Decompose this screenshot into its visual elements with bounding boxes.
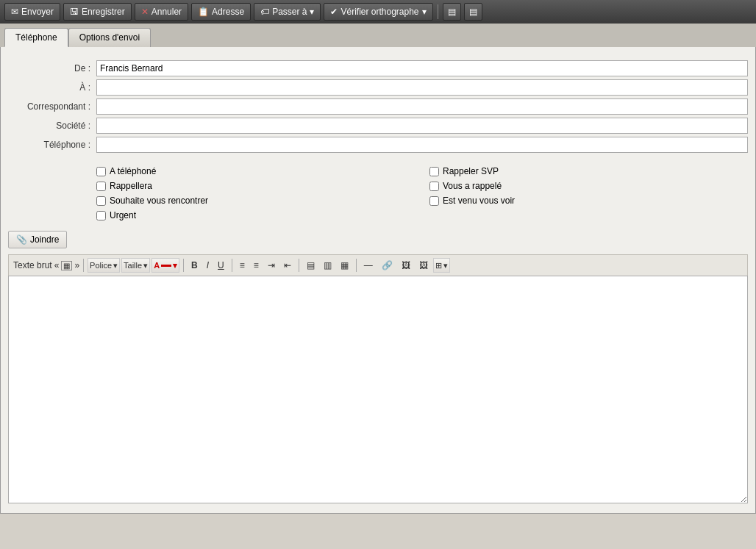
de-input[interactable] bbox=[96, 60, 748, 76]
cb-vous-a-rappele-input[interactable] bbox=[429, 182, 439, 191]
societe-row: Société : bbox=[8, 118, 748, 134]
hrule-button[interactable]: — bbox=[360, 257, 377, 273]
link-icon: 🔗 bbox=[382, 260, 393, 270]
cb-rappeler-svp: Rappeler SVP bbox=[429, 166, 748, 176]
police-dropdown[interactable]: Police ▾ bbox=[88, 258, 120, 273]
align-left-icon: ▤ bbox=[307, 260, 315, 270]
adresse-icon: 📋 bbox=[198, 7, 209, 17]
paperclip-icon: 📎 bbox=[16, 234, 27, 245]
cb-souhaite: Souhaite vous rencontrer bbox=[96, 195, 415, 206]
outdent-button[interactable]: ⇤ bbox=[280, 257, 295, 273]
a-row: À : bbox=[8, 79, 748, 96]
editor-sep-5 bbox=[356, 259, 357, 272]
passer-arrow-icon: ▾ bbox=[310, 7, 314, 17]
joindre-button[interactable]: 📎 Joindre bbox=[8, 231, 67, 248]
image2-button[interactable]: 🖼 bbox=[416, 257, 432, 273]
passer-icon: 🏷 bbox=[260, 7, 269, 17]
view-button-1[interactable]: ▤ bbox=[443, 3, 461, 21]
font-color-dropdown[interactable]: A ▾ bbox=[151, 258, 179, 273]
tab-options[interactable]: Options d'envoi bbox=[68, 28, 151, 47]
italic-button[interactable]: I bbox=[203, 257, 213, 273]
a-label: À : bbox=[8, 82, 96, 93]
societe-input[interactable] bbox=[96, 118, 748, 134]
view-icon-1: ▤ bbox=[448, 7, 456, 17]
enregistrer-button[interactable]: 🖫 Enregistrer bbox=[63, 3, 132, 21]
correspondant-label: Correspondant : bbox=[8, 101, 96, 112]
societe-label: Société : bbox=[8, 121, 96, 131]
cb-rappellera-input[interactable] bbox=[96, 182, 106, 191]
ordered-list-button[interactable]: ≡ bbox=[236, 257, 249, 273]
texte-brut-close-icon: » bbox=[74, 260, 79, 270]
police-arrow-icon: ▾ bbox=[113, 261, 118, 270]
align-center-button[interactable]: ▥ bbox=[320, 257, 335, 273]
tab-telephone[interactable]: Téléphone bbox=[4, 28, 68, 47]
orthographe-icon: ✔ bbox=[330, 7, 338, 17]
editor-area[interactable] bbox=[8, 276, 748, 503]
texte-brut-label: Texte brut « ▦ » bbox=[13, 260, 79, 270]
envoyer-button[interactable]: ✉ Envoyer bbox=[4, 3, 60, 21]
cb-vous-a-rappele: Vous a rappelé bbox=[429, 181, 748, 191]
texte-brut-grid-icon: ▦ bbox=[61, 261, 72, 270]
orthographe-arrow-icon: ▾ bbox=[422, 7, 427, 17]
cb-a-telephone-input[interactable] bbox=[96, 167, 106, 176]
cb-rappellera: Rappellera bbox=[96, 181, 415, 191]
annuler-button[interactable]: ✕ Annuler bbox=[135, 3, 188, 21]
envoyer-icon: ✉ bbox=[11, 7, 18, 17]
underline-button[interactable]: U bbox=[214, 257, 228, 273]
font-color-bar bbox=[161, 265, 171, 267]
annuler-icon: ✕ bbox=[141, 7, 149, 17]
indent-icon: ⇥ bbox=[268, 260, 275, 270]
align-center-icon: ▥ bbox=[324, 260, 332, 270]
editor-toolbar: Texte brut « ▦ » Police ▾ Taille ▾ A ▾ B… bbox=[8, 254, 748, 276]
cb-urgent: Urgent bbox=[96, 210, 415, 220]
form-section: De : À : Correspondant : Société : Télép… bbox=[8, 54, 748, 162]
taille-arrow-icon: ▾ bbox=[143, 261, 148, 270]
texte-brut-icon: « bbox=[54, 260, 60, 270]
main-toolbar: ✉ Envoyer 🖫 Enregistrer ✕ Annuler 📋 Adre… bbox=[0, 0, 756, 24]
unordered-list-button[interactable]: ≡ bbox=[250, 257, 263, 273]
editor-sep-3 bbox=[232, 259, 232, 272]
editor-sep-4 bbox=[299, 259, 299, 272]
toolbar-sep-1 bbox=[438, 4, 438, 19]
de-label: De : bbox=[8, 63, 96, 73]
enregistrer-icon: 🖫 bbox=[70, 7, 79, 17]
bold-button[interactable]: B bbox=[188, 257, 202, 273]
cb-est-venu-input[interactable] bbox=[429, 196, 439, 206]
cb-est-venu-label: Est venu vous voir bbox=[443, 195, 515, 206]
table-arrow-icon: ▾ bbox=[443, 261, 448, 270]
editor-sep-1 bbox=[83, 259, 84, 272]
align-right-icon: ▦ bbox=[340, 260, 349, 270]
correspondant-row: Correspondant : bbox=[8, 98, 748, 115]
hrule-icon: — bbox=[364, 260, 373, 270]
cb-souhaite-label: Souhaite vous rencontrer bbox=[110, 195, 208, 206]
align-right-button[interactable]: ▦ bbox=[337, 257, 352, 273]
orthographe-button[interactable]: ✔ Vérifier orthographe ▾ bbox=[324, 3, 432, 21]
cb-vous-a-rappele-label: Vous a rappelé bbox=[443, 181, 502, 191]
view-button-2[interactable]: ▤ bbox=[464, 3, 482, 21]
passer-button[interactable]: 🏷 Passer à ▾ bbox=[254, 3, 321, 21]
cb-rappeler-svp-label: Rappeler SVP bbox=[443, 166, 499, 176]
correspondant-input[interactable] bbox=[96, 98, 748, 115]
checkbox-area: A téléphoné Rappeler SVP Rappellera Vous… bbox=[96, 162, 748, 225]
cb-souhaite-input[interactable] bbox=[96, 196, 106, 206]
cb-urgent-input[interactable] bbox=[96, 211, 106, 220]
table-dropdown[interactable]: ⊞ ▾ bbox=[433, 258, 450, 273]
view-icon-2: ▤ bbox=[469, 7, 477, 17]
cb-a-telephone: A téléphoné bbox=[96, 166, 415, 176]
cb-rappeler-svp-input[interactable] bbox=[429, 167, 439, 176]
de-row: De : bbox=[8, 60, 748, 76]
outdent-icon: ⇤ bbox=[284, 260, 291, 270]
align-left-button[interactable]: ▤ bbox=[303, 257, 318, 273]
image-button[interactable]: 🖼 bbox=[398, 257, 414, 273]
link-button[interactable]: 🔗 bbox=[378, 257, 396, 273]
telephone-input[interactable] bbox=[96, 137, 748, 153]
telephone-row: Téléphone : bbox=[8, 137, 748, 153]
image2-icon: 🖼 bbox=[419, 260, 428, 270]
main-content: De : À : Correspondant : Société : Télép… bbox=[0, 47, 756, 514]
cb-est-venu: Est venu vous voir bbox=[429, 195, 748, 206]
joindre-area: 📎 Joindre bbox=[8, 231, 748, 248]
adresse-button[interactable]: 📋 Adresse bbox=[191, 3, 251, 21]
taille-dropdown[interactable]: Taille ▾ bbox=[121, 258, 150, 273]
indent-button[interactable]: ⇥ bbox=[264, 257, 279, 273]
a-input[interactable] bbox=[96, 79, 748, 96]
